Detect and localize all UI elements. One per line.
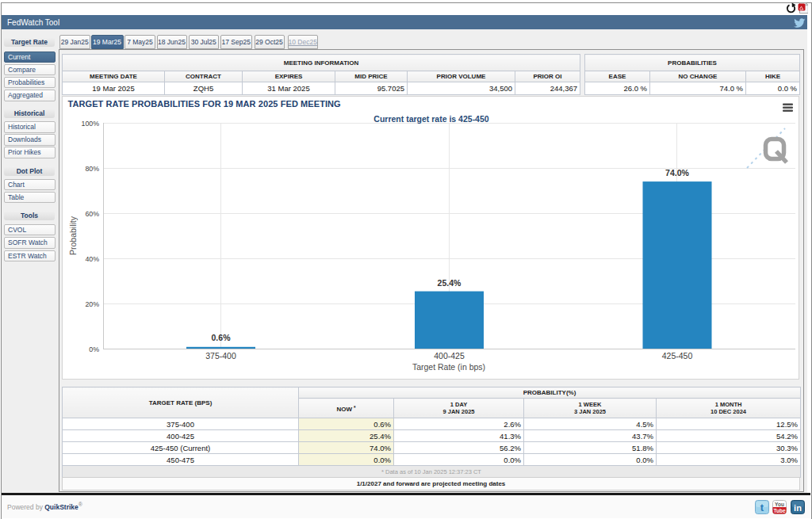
svg-text:20%: 20% <box>85 300 99 308</box>
svg-text:425-450: 425-450 <box>662 351 693 361</box>
svg-text:t: t <box>760 502 764 513</box>
svg-text:0%: 0% <box>89 345 99 353</box>
svg-text:60%: 60% <box>85 210 99 218</box>
svg-text:Tube: Tube <box>773 508 785 513</box>
svg-text:Current target rate is 425-450: Current target rate is 425-450 <box>373 114 488 124</box>
svg-text:100%: 100% <box>82 120 100 128</box>
svg-text:Probability: Probability <box>68 216 78 255</box>
svg-text:in: in <box>794 503 802 513</box>
svg-text:400-425: 400-425 <box>434 351 465 361</box>
svg-text:TARGET RATE PROBABILITIES FOR: TARGET RATE PROBABILITIES FOR 19 MAR 202… <box>68 99 341 109</box>
svg-text:80%: 80% <box>85 165 99 173</box>
svg-text:40%: 40% <box>85 255 99 263</box>
svg-text:Target Rate (in bps): Target Rate (in bps) <box>412 362 485 372</box>
svg-text:375-400: 375-400 <box>205 351 236 361</box>
svg-text:0.6%: 0.6% <box>212 333 232 342</box>
svg-text:74.0%: 74.0% <box>665 168 689 177</box>
svg-text:You: You <box>775 502 784 507</box>
svg-text:25.4%: 25.4% <box>438 278 462 288</box>
